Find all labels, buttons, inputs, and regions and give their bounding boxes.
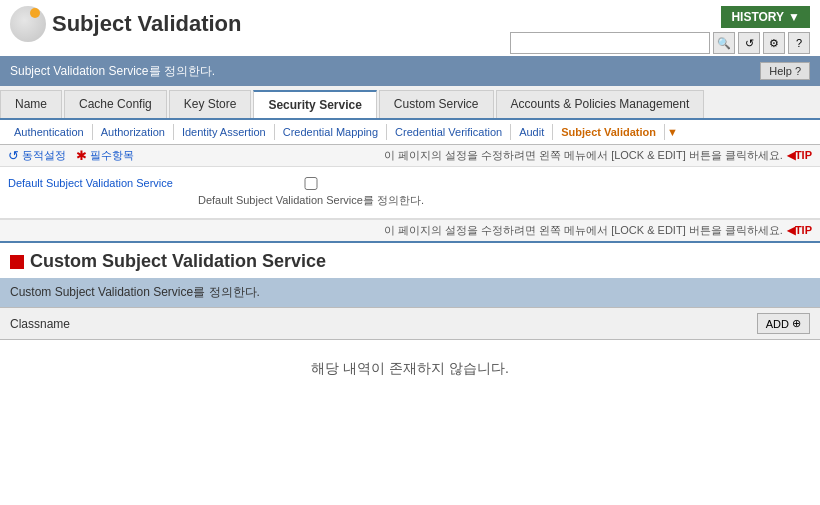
required-item: ✱ 필수항목	[76, 148, 134, 163]
lock-edit-item[interactable]: ↺ 동적설정	[8, 148, 66, 163]
tab2-dropdown-icon[interactable]: ▼	[667, 126, 678, 138]
header-left: Subject Validation	[10, 6, 241, 42]
red-square-icon	[10, 255, 24, 269]
history-button[interactable]: HISTORY ▼	[721, 6, 810, 28]
action-right: 이 페이지의 설정을 수정하려면 왼쪽 메뉴에서 [LOCK & EDIT] 버…	[384, 148, 812, 163]
tab2-cred-ver[interactable]: Credential Verification	[387, 124, 511, 140]
logo-dot	[30, 8, 40, 18]
tip-label2: ◀TIP	[787, 224, 812, 237]
tip-label: ◀TIP	[787, 149, 812, 162]
refresh-icon-button[interactable]: ↺	[738, 32, 760, 54]
default-checkbox[interactable]	[198, 177, 424, 190]
custom-title: Custom Subject Validation Service	[30, 251, 326, 272]
tabs-row1: Name Cache Config Key Store Security Ser…	[0, 86, 820, 120]
tab-keystore[interactable]: Key Store	[169, 90, 252, 118]
help-icon-button[interactable]: ?	[788, 32, 810, 54]
custom-section-header: Custom Subject Validation Service	[0, 243, 820, 278]
refresh-small-icon: ↺	[8, 148, 19, 163]
settings-icon-button[interactable]: ⚙	[763, 32, 785, 54]
empty-text: 해당 내역이 존재하지 않습니다.	[311, 360, 509, 376]
default-desc: Default Subject Validation Service를 정의한다…	[198, 193, 424, 208]
add-button[interactable]: ADD ⊕	[757, 313, 810, 334]
header: Subject Validation HISTORY ▼ 🔍 ↺ ⚙ ?	[0, 0, 820, 56]
logo	[10, 6, 46, 42]
tabs-row2: Authentication Authorization Identity As…	[0, 120, 820, 145]
action-bar2: 이 페이지의 설정을 수정하려면 왼쪽 메뉴에서 [LOCK & EDIT] 버…	[0, 219, 820, 243]
tab2-identity[interactable]: Identity Assertion	[174, 124, 275, 140]
search-input[interactable]	[510, 32, 710, 54]
default-service-label[interactable]: Default Subject Validation Service	[8, 177, 188, 189]
logo-circle	[10, 6, 46, 42]
tab-accounts[interactable]: Accounts & Policies Management	[496, 90, 705, 118]
tip-text: 이 페이지의 설정을 수정하려면 왼쪽 메뉴에서 [LOCK & EDIT] 버…	[384, 148, 783, 163]
tab-custom[interactable]: Custom Service	[379, 90, 494, 118]
tab2-authz[interactable]: Authorization	[93, 124, 174, 140]
action-bar: ↺ 동적설정 ✱ 필수항목 이 페이지의 설정을 수정하려면 왼쪽 메뉴에서 […	[0, 145, 820, 167]
tab2-cred-map[interactable]: Credential Mapping	[275, 124, 387, 140]
empty-state: 해당 내역이 존재하지 않습니다.	[0, 340, 820, 398]
action-left: ↺ 동적설정 ✱ 필수항목	[8, 148, 134, 163]
lock-label: 동적설정	[22, 148, 66, 163]
tip-text2: 이 페이지의 설정을 수정하려면 왼쪽 메뉴에서 [LOCK & EDIT] 버…	[384, 223, 783, 238]
info-bar-text: Subject Validation Service를 정의한다.	[10, 63, 215, 80]
search-icon-button[interactable]: 🔍	[713, 32, 735, 54]
tab2-subject[interactable]: Subject Validation	[553, 124, 665, 140]
asterisk-icon: ✱	[76, 148, 87, 163]
custom-info-bar: Custom Subject Validation Service를 정의한다.	[0, 278, 820, 307]
info-bar: Subject Validation Service를 정의한다. Help ?	[0, 56, 820, 86]
default-row: Default Subject Validation Service Defau…	[0, 173, 820, 212]
help-button[interactable]: Help ?	[760, 62, 810, 80]
table-header: Classname ADD ⊕	[0, 307, 820, 340]
tab2-auth[interactable]: Authentication	[6, 124, 93, 140]
default-content: Default Subject Validation Service를 정의한다…	[198, 177, 424, 208]
tab-cache[interactable]: Cache Config	[64, 90, 167, 118]
tab-security[interactable]: Security Service	[253, 90, 376, 118]
col-classname: Classname	[10, 317, 70, 331]
tab2-audit[interactable]: Audit	[511, 124, 553, 140]
page-title: Subject Validation	[52, 11, 241, 37]
tab-name[interactable]: Name	[0, 90, 62, 118]
custom-info-text: Custom Subject Validation Service를 정의한다.	[10, 285, 260, 299]
default-section: Default Subject Validation Service Defau…	[0, 167, 820, 219]
required-label: 필수항목	[90, 148, 134, 163]
search-row: 🔍 ↺ ⚙ ?	[510, 32, 810, 54]
header-right: HISTORY ▼ 🔍 ↺ ⚙ ?	[510, 6, 810, 54]
